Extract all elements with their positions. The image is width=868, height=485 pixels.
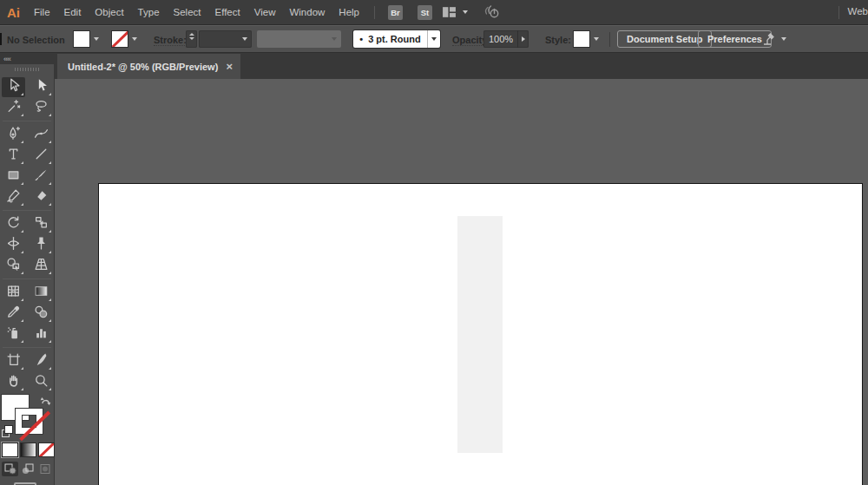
divider: [838, 6, 839, 19]
draw-behind-button[interactable]: [19, 462, 36, 476]
chevron-down-icon[interactable]: [427, 30, 440, 48]
hand-tool[interactable]: [2, 372, 25, 392]
color-button[interactable]: [3, 443, 17, 456]
select-similar-icon[interactable]: [761, 32, 778, 50]
menu-item-help[interactable]: Help: [332, 7, 366, 17]
selection-tool[interactable]: [2, 77, 25, 97]
shaper-icon: [6, 188, 21, 206]
eraser-tool[interactable]: [30, 187, 53, 207]
brush-name: 3 pt. Round: [368, 34, 421, 44]
gradient-tool[interactable]: [30, 283, 53, 303]
symbol-sprayer-tool[interactable]: [2, 324, 25, 344]
stroke-weight-stepper[interactable]: [186, 30, 197, 48]
chevron-down-icon[interactable]: [94, 37, 99, 41]
tool-row: [0, 304, 54, 324]
workspace-switcher[interactable]: Web: [848, 6, 868, 16]
scale-tool[interactable]: [30, 214, 53, 234]
panel-drag-grip[interactable]: [15, 68, 39, 71]
shaper-tool[interactable]: [2, 187, 25, 207]
width-profile-dropdown[interactable]: [257, 30, 341, 48]
menu-item-edit[interactable]: Edit: [57, 7, 89, 17]
menu-item-file[interactable]: File: [27, 7, 57, 17]
tool-row: [0, 146, 54, 166]
graphic-style-swatch[interactable]: [574, 31, 589, 47]
chevron-right-icon[interactable]: [517, 30, 529, 48]
menu-item-effect[interactable]: Effect: [208, 7, 247, 17]
blend-icon: [34, 305, 49, 323]
tab-bar: «« Untitled-2* @ 50% (RGB/Preview) ×: [0, 53, 868, 79]
curvature-icon: [34, 126, 49, 144]
selection-status: No Selection: [7, 35, 65, 45]
fill-color-swatch[interactable]: [74, 31, 89, 47]
menu-item-select[interactable]: Select: [167, 7, 208, 17]
zoom-tool[interactable]: [30, 372, 53, 392]
menu-item-view[interactable]: View: [247, 7, 283, 17]
document-tab[interactable]: Untitled-2* @ 50% (RGB/Preview) ×: [57, 54, 240, 79]
default-fill-stroke-icon[interactable]: [2, 426, 14, 438]
workspace-layout-icon[interactable]: [442, 5, 457, 23]
stroke-swatch[interactable]: [16, 409, 43, 434]
eyedropper-tool[interactable]: [2, 304, 25, 324]
rectangle-tool[interactable]: [2, 167, 25, 187]
pen-icon: [6, 126, 21, 144]
chevron-down-icon[interactable]: [463, 10, 468, 14]
menu-items: FileEditObjectTypeSelectEffectViewWindow…: [27, 7, 366, 17]
line-segment-tool[interactable]: [30, 146, 53, 166]
menu-bar: Ai FileEditObjectTypeSelectEffectViewWin…: [0, 0, 868, 25]
puppet-warp-tool[interactable]: [30, 235, 53, 255]
pen-tool[interactable]: [2, 125, 25, 145]
perspective-grid-icon: [34, 257, 49, 275]
puppet-warp-icon: [34, 236, 49, 254]
draw-normal-button[interactable]: [2, 462, 18, 476]
draw-inside-button[interactable]: [36, 462, 53, 476]
scale-icon: [34, 215, 49, 233]
collapse-panel-icon[interactable]: ««: [3, 55, 10, 63]
type-tool[interactable]: [2, 146, 25, 166]
tool-row: [0, 125, 54, 145]
none-slash: [19, 411, 50, 441]
gradient-button[interactable]: [21, 443, 36, 456]
type-icon: [6, 147, 21, 165]
blend-tool[interactable]: [30, 304, 53, 324]
stroke-label[interactable]: Stroke:: [154, 35, 187, 46]
control-bar: No Selection Stroke: • 3 pt. Round Opaci…: [0, 26, 868, 53]
rotate-tool[interactable]: [2, 214, 25, 234]
artboard-tool[interactable]: [2, 351, 25, 371]
chevron-down-icon[interactable]: [132, 37, 137, 41]
magic-wand-tool[interactable]: [2, 98, 25, 118]
paintbrush-tool[interactable]: [30, 167, 53, 187]
stock-button[interactable]: St: [418, 5, 432, 20]
chevron-down-icon[interactable]: [781, 37, 786, 41]
column-graph-tool[interactable]: [30, 324, 53, 344]
perspective-grid-tool[interactable]: [30, 256, 53, 276]
toolbar-tools: [0, 77, 54, 392]
paintbrush-icon: [34, 167, 49, 186]
none-slash: [112, 31, 128, 47]
none-button[interactable]: [39, 443, 54, 456]
bridge-button[interactable]: Br: [388, 5, 403, 20]
opacity-field[interactable]: 100%: [483, 30, 529, 48]
drawn-rectangle[interactable]: [457, 216, 503, 453]
stroke-color-swatch[interactable]: [112, 31, 128, 47]
eraser-icon: [34, 188, 49, 206]
menu-item-object[interactable]: Object: [88, 7, 130, 17]
chevron-down-icon[interactable]: [594, 37, 599, 41]
direct-selection-tool[interactable]: [30, 77, 53, 97]
close-tab-icon[interactable]: ×: [226, 61, 233, 72]
slice-tool[interactable]: [30, 351, 53, 371]
sync-status-icon[interactable]: [483, 4, 501, 23]
stroke-weight-dropdown[interactable]: [199, 30, 252, 48]
shape-builder-tool[interactable]: [2, 256, 25, 276]
artboard[interactable]: [98, 183, 863, 485]
lasso-tool[interactable]: [30, 98, 53, 118]
menu-item-window[interactable]: Window: [282, 7, 332, 17]
curvature-tool[interactable]: [30, 125, 53, 145]
mesh-tool[interactable]: [2, 283, 25, 303]
illustrator-window: Ai FileEditObjectTypeSelectEffectViewWin…: [0, 0, 868, 485]
menu-item-type[interactable]: Type: [131, 7, 167, 17]
tool-row: [0, 187, 54, 207]
brush-definition-dropdown[interactable]: • 3 pt. Round: [353, 30, 440, 48]
width-tool[interactable]: [2, 235, 25, 255]
opacity-value[interactable]: 100%: [483, 34, 517, 44]
style-label: Style:: [545, 35, 571, 45]
